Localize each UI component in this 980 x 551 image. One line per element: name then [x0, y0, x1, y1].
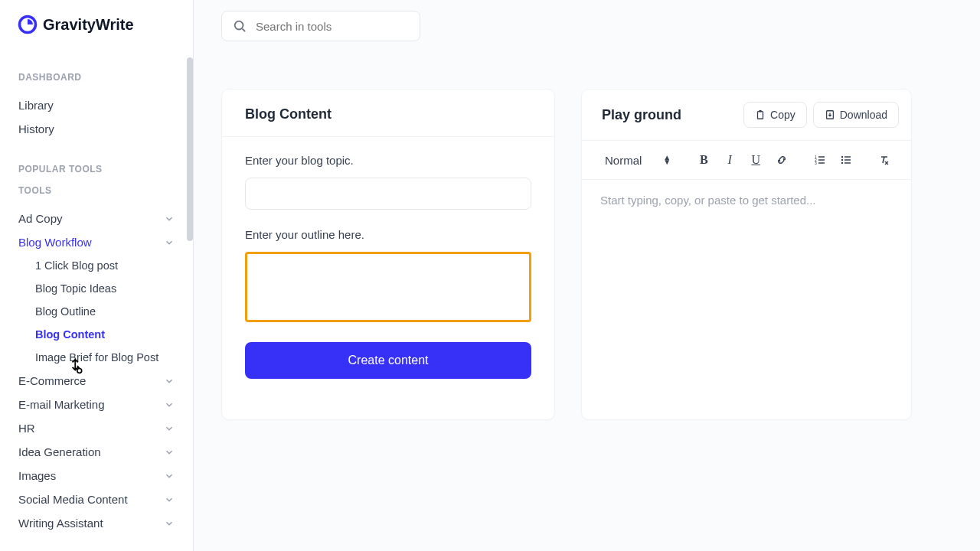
blog-content-form-card: Blog Content Enter your blog topic. Ente… [221, 89, 555, 420]
blog-workflow-subnav: 1 Click Blog post Blog Topic Ideas Blog … [18, 254, 175, 369]
dashboard-section-label: DASHBOARD [18, 72, 175, 83]
sidebar-item-blog-workflow[interactable]: Blog Workflow [18, 230, 175, 254]
form-title: Blog Content [222, 90, 554, 136]
copy-button[interactable]: Copy [743, 102, 807, 128]
heading-select[interactable]: Normal ▲▼ [597, 151, 678, 170]
sidebar-item-history[interactable]: History [18, 117, 175, 141]
chevron-down-icon [164, 214, 175, 224]
search-icon [233, 19, 247, 33]
sidebar-scrollbar-thumb[interactable] [187, 57, 193, 241]
download-button[interactable]: Download [813, 102, 899, 128]
select-arrows-icon: ▲▼ [663, 155, 671, 165]
ordered-list-button[interactable]: 123 [808, 148, 831, 171]
sidebar-item-ecommerce[interactable]: E-Commerce [18, 369, 175, 393]
sidebar-item-ad-copy[interactable]: Ad Copy [18, 207, 175, 230]
svg-point-10 [841, 162, 843, 164]
svg-point-8 [841, 156, 843, 158]
popular-tools-label: POPULAR TOOLS [18, 164, 175, 174]
chevron-down-icon [164, 471, 175, 481]
tools-search[interactable] [221, 11, 420, 41]
download-icon [825, 109, 835, 120]
underline-button[interactable]: U [744, 148, 767, 171]
svg-point-9 [841, 159, 843, 161]
chevron-down-icon [164, 447, 175, 458]
bullet-list-button[interactable] [835, 148, 858, 171]
sidebar: GravityWrite DASHBOARD Library History P… [0, 0, 194, 551]
sidebar-item-blog-outline[interactable]: Blog Outline [35, 300, 175, 323]
brand-name: GravityWrite [43, 16, 134, 34]
clipboard-icon [755, 109, 766, 120]
create-content-button[interactable]: Create content [245, 342, 531, 379]
brand-logo[interactable]: GravityWrite [0, 0, 193, 49]
sidebar-item-hr[interactable]: HR [18, 416, 175, 440]
sidebar-item-social-media[interactable]: Social Media Content [18, 487, 175, 511]
sidebar-tools-section: POPULAR TOOLS TOOLS Ad Copy Blog Workflo… [0, 164, 193, 535]
sidebar-item-writing-assistant[interactable]: Writing Assistant [18, 511, 175, 535]
sidebar-item-images[interactable]: Images [18, 464, 175, 487]
chevron-down-icon [164, 399, 175, 410]
bullet-list-icon [840, 154, 852, 166]
sidebar-item-image-brief[interactable]: Image Brief for Blog Post [35, 346, 175, 369]
chevron-down-icon [164, 423, 175, 434]
editor-placeholder[interactable]: Start typing, copy, or paste to get star… [582, 180, 911, 220]
bold-button[interactable]: B [692, 148, 715, 171]
chevron-down-icon [164, 518, 175, 529]
chevron-down-icon [164, 376, 175, 386]
chevron-down-icon [164, 237, 175, 248]
search-input[interactable] [256, 20, 409, 33]
sidebar-item-1-click-blog-post[interactable]: 1 Click Blog post [35, 254, 175, 277]
link-icon [776, 154, 788, 166]
main-content: Blog Content Enter your blog topic. Ente… [194, 0, 980, 551]
svg-text:3: 3 [815, 161, 817, 165]
sidebar-item-blog-topic-ideas[interactable]: Blog Topic Ideas [35, 277, 175, 300]
editor-toolbar: Normal ▲▼ B I U 123 [582, 140, 911, 180]
sidebar-scrollbar[interactable] [187, 57, 193, 551]
link-button[interactable] [770, 148, 793, 171]
clear-format-button[interactable] [873, 148, 896, 171]
svg-rect-3 [759, 110, 762, 112]
svg-rect-2 [758, 112, 763, 119]
blog-outline-textarea[interactable] [245, 252, 531, 322]
ordered-list-icon: 123 [814, 154, 826, 166]
gravitywrite-logo-icon [17, 14, 38, 35]
italic-button[interactable]: I [718, 148, 741, 171]
topic-label: Enter your blog topic. [245, 154, 531, 167]
sidebar-item-email-marketing[interactable]: E-mail Marketing [18, 393, 175, 416]
svg-point-1 [235, 21, 243, 30]
playground-title: Play ground [602, 107, 681, 123]
sidebar-item-blog-content[interactable]: Blog Content [35, 323, 175, 346]
tools-label: TOOLS [18, 185, 175, 196]
sidebar-item-idea-generation[interactable]: Idea Generation [18, 440, 175, 464]
blog-topic-input[interactable] [245, 178, 531, 210]
outline-label: Enter your outline here. [245, 228, 531, 241]
chevron-down-icon [164, 494, 175, 505]
playground-card: Play ground Copy Download Normal ▲▼ [581, 89, 912, 420]
sidebar-item-library[interactable]: Library [18, 93, 175, 117]
sidebar-dashboard-section: DASHBOARD Library History [0, 72, 193, 141]
clear-format-icon [878, 154, 890, 166]
